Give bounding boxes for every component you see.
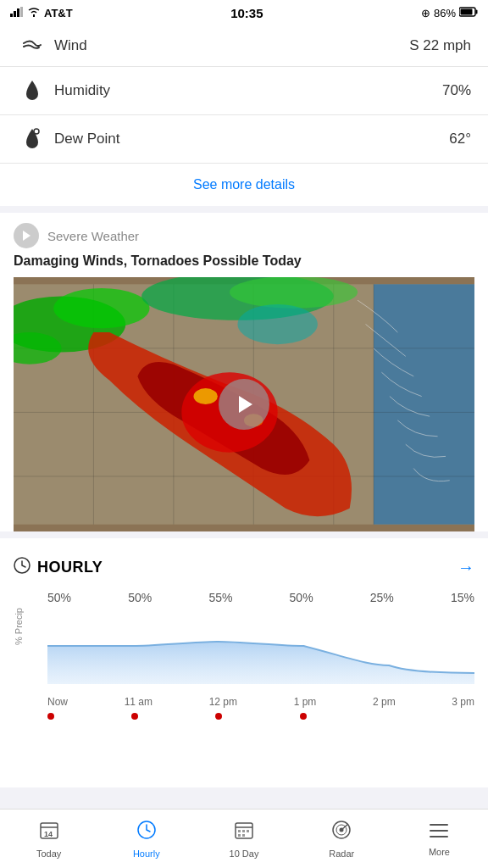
carrier-name: AT&T xyxy=(44,7,73,19)
svg-rect-29 xyxy=(238,834,241,837)
svg-rect-3 xyxy=(20,7,23,17)
svg-marker-20 xyxy=(239,396,252,413)
time-dot-1 xyxy=(131,713,138,720)
svg-rect-6 xyxy=(460,8,472,14)
hourly-section: HOURLY → % Precip 50% 50% 55% 50% 25% 15… xyxy=(0,545,488,720)
time-dot-4 xyxy=(384,713,391,720)
humidity-icon xyxy=(17,79,47,103)
bottom-spacer xyxy=(0,720,488,787)
nav-today[interactable]: 14 Today xyxy=(0,810,97,868)
signal-icon xyxy=(10,7,24,19)
see-more-section[interactable]: See more details xyxy=(0,164,488,213)
hourly-title: HOURLY xyxy=(37,559,103,576)
svg-rect-10 xyxy=(374,284,474,524)
svg-text:14: 14 xyxy=(44,830,53,838)
svg-point-12 xyxy=(53,288,149,328)
wind-row: Wind S 22 mph xyxy=(0,25,488,67)
dewpoint-label: Dew Point xyxy=(54,131,449,147)
status-bar: AT&T 10:35 ⊕ 86% xyxy=(0,0,488,25)
hourly-nav-icon xyxy=(136,820,157,845)
precip-label-4: 25% xyxy=(370,591,394,604)
bottom-nav: 14 Today Hourly 10 Day xyxy=(0,809,488,868)
time-label-2: 12 pm xyxy=(209,696,237,708)
time-labels: Now 11 am 12 pm 1 pm 2 pm 3 pm xyxy=(47,693,474,711)
dewpoint-value: 62° xyxy=(449,131,471,147)
tenday-icon xyxy=(234,820,254,845)
svg-marker-8 xyxy=(23,231,30,241)
svg-rect-30 xyxy=(242,834,245,837)
time-dot-0 xyxy=(47,713,54,720)
time-dot-2 xyxy=(215,713,222,720)
nav-10day[interactable]: 10 Day xyxy=(195,810,292,868)
severe-weather-headline: Damaging Winds, Tornadoes Possible Today xyxy=(14,253,474,269)
wind-value: S 22 mph xyxy=(409,37,471,54)
chart-svg-area xyxy=(47,608,474,693)
severe-weather-header: Severe Weather xyxy=(14,223,474,248)
time-label-1: 11 am xyxy=(125,696,152,708)
radar-icon xyxy=(331,820,352,845)
dewpoint-row: Dew Point 62° xyxy=(0,115,488,164)
precip-label-3: 50% xyxy=(290,591,313,604)
svg-rect-5 xyxy=(475,9,477,14)
svg-rect-1 xyxy=(14,11,16,17)
svg-rect-27 xyxy=(242,830,245,832)
humidity-label: Humidity xyxy=(54,82,442,99)
nav-10day-label: 10 Day xyxy=(230,849,259,859)
content-area: Wind S 22 mph Humidity 70% Dew Point 62°… xyxy=(0,25,488,787)
play-icon-small[interactable] xyxy=(14,223,39,248)
y-axis-label: % Precip xyxy=(14,608,24,645)
clock-icon xyxy=(14,557,30,577)
precip-labels: 50% 50% 55% 50% 25% 15% xyxy=(47,591,474,604)
time-label-4: 2 pm xyxy=(373,696,396,708)
status-battery: ⊕ 86% xyxy=(421,7,478,19)
nav-radar[interactable]: Radar xyxy=(293,810,391,868)
time-label-0: Now xyxy=(47,696,68,708)
time-dot-5 xyxy=(468,713,474,720)
svg-rect-26 xyxy=(238,830,241,832)
section-separator xyxy=(0,531,488,538)
radar-map[interactable] xyxy=(14,277,474,531)
hourly-arrow-icon[interactable]: → xyxy=(458,558,474,577)
svg-point-7 xyxy=(34,129,39,134)
svg-rect-2 xyxy=(17,8,19,17)
precip-label-0: 50% xyxy=(47,591,71,604)
status-carrier: AT&T xyxy=(10,7,73,19)
wind-label: Wind xyxy=(54,37,409,54)
svg-point-17 xyxy=(194,388,218,404)
humidity-value: 70% xyxy=(442,82,471,99)
precip-label-2: 55% xyxy=(208,591,232,604)
nav-today-label: Today xyxy=(36,849,61,859)
more-icon xyxy=(429,821,449,843)
precip-label-1: 50% xyxy=(128,591,152,604)
precip-label-5: 15% xyxy=(451,591,474,604)
wind-icon xyxy=(17,38,47,53)
svg-rect-0 xyxy=(10,14,13,17)
nav-hourly-label: Hourly xyxy=(133,849,160,859)
today-icon: 14 xyxy=(39,820,59,845)
status-time: 10:35 xyxy=(230,6,263,20)
see-more-link[interactable]: See more details xyxy=(193,177,295,192)
severe-weather-label: Severe Weather xyxy=(47,229,139,243)
svg-point-19 xyxy=(237,304,317,344)
hourly-title-row: HOURLY xyxy=(14,557,103,577)
battery-icon xyxy=(459,7,478,19)
nav-radar-label: Radar xyxy=(329,849,354,859)
time-dots xyxy=(47,711,474,720)
precip-chart-svg xyxy=(47,608,474,693)
svg-point-15 xyxy=(230,277,358,309)
nav-hourly[interactable]: Hourly xyxy=(97,810,195,868)
hourly-header: HOURLY → xyxy=(14,557,474,577)
time-label-5: 3 pm xyxy=(452,696,474,708)
wifi-icon xyxy=(27,7,41,19)
nav-more-label: More xyxy=(429,847,450,857)
svg-rect-28 xyxy=(247,830,249,832)
severe-weather-section: Severe Weather Damaging Winds, Tornadoes… xyxy=(0,213,488,531)
time-label-3: 1 pm xyxy=(294,696,317,708)
humidity-row: Humidity 70% xyxy=(0,67,488,115)
dewpoint-icon xyxy=(17,127,47,151)
time-dot-3 xyxy=(300,713,307,720)
video-play-button[interactable] xyxy=(219,379,269,430)
precip-chart: % Precip 50% 50% 55% 50% 25% 15% xyxy=(14,591,474,720)
battery-percent: 86% xyxy=(434,7,456,19)
nav-more[interactable]: More xyxy=(391,810,488,868)
